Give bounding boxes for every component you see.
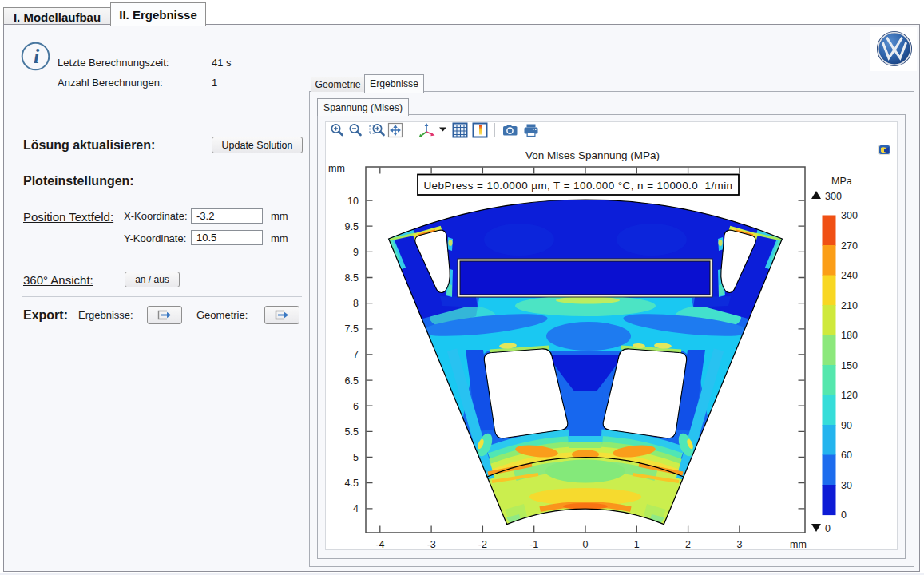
- svg-text:5.5: 5.5: [345, 426, 359, 438]
- svg-text:-3: -3: [427, 539, 436, 550]
- svg-text:0: 0: [841, 510, 847, 521]
- svg-text:0: 0: [825, 523, 831, 534]
- svg-text:210: 210: [841, 300, 858, 311]
- svg-text:240: 240: [841, 270, 858, 281]
- svg-text:4: 4: [353, 503, 359, 514]
- svg-text:Von Mises Spannung (MPa): Von Mises Spannung (MPa): [525, 149, 660, 161]
- svg-text:7.5: 7.5: [345, 323, 359, 335]
- svg-text:MPa: MPa: [831, 176, 852, 187]
- svg-text:UebPress = 10.0000 µm, T = 100: UebPress = 10.0000 µm, T = 100.000 °C, n…: [424, 180, 733, 192]
- svg-text:8: 8: [353, 298, 359, 309]
- svg-text:270: 270: [841, 240, 858, 252]
- svg-text:5: 5: [353, 452, 359, 463]
- svg-text:300: 300: [841, 210, 858, 221]
- svg-text:6: 6: [353, 401, 359, 412]
- svg-text:1: 1: [634, 539, 640, 550]
- svg-text:6.5: 6.5: [345, 375, 359, 387]
- svg-text:120: 120: [841, 390, 858, 401]
- svg-text:2: 2: [685, 539, 691, 550]
- svg-text:mm: mm: [790, 539, 807, 550]
- svg-text:i: i: [34, 45, 40, 68]
- svg-text:180: 180: [841, 330, 858, 341]
- svg-text:-2: -2: [478, 539, 487, 550]
- svg-text:30: 30: [841, 480, 852, 491]
- svg-text:mm: mm: [328, 163, 345, 174]
- svg-text:300: 300: [825, 191, 842, 202]
- svg-text:-4: -4: [375, 539, 384, 550]
- svg-text:60: 60: [841, 450, 852, 461]
- svg-text:90: 90: [841, 420, 852, 431]
- svg-text:9.5: 9.5: [345, 221, 359, 232]
- svg-text:9: 9: [353, 247, 359, 258]
- svg-text:4.5: 4.5: [345, 478, 359, 489]
- svg-text:3: 3: [736, 539, 742, 550]
- svg-text:150: 150: [841, 360, 858, 371]
- svg-text:7: 7: [353, 349, 359, 360]
- svg-text:8.5: 8.5: [345, 272, 359, 284]
- svg-text:-1: -1: [529, 539, 538, 550]
- svg-text:0: 0: [583, 539, 589, 550]
- svg-text:10: 10: [347, 196, 359, 207]
